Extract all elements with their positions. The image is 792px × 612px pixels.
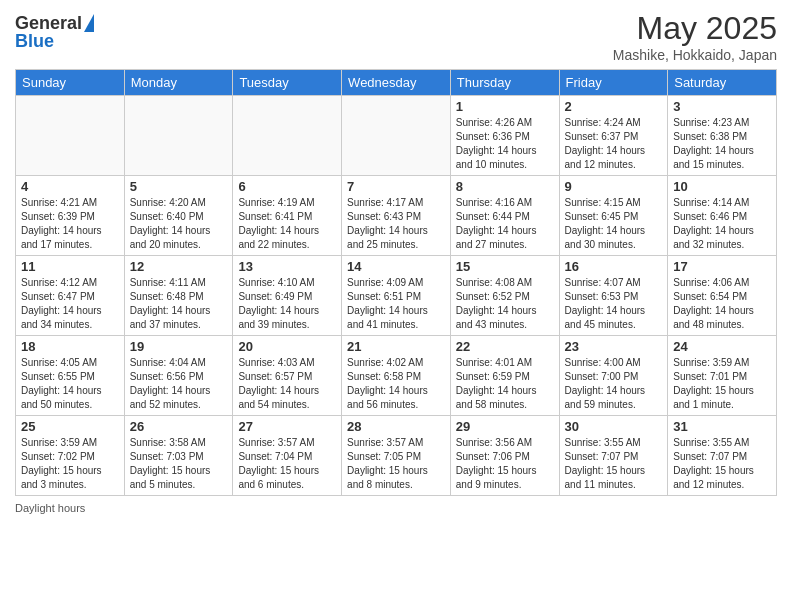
day-number: 17 (673, 259, 771, 274)
day-number: 19 (130, 339, 228, 354)
day-info: Sunrise: 4:10 AM Sunset: 6:49 PM Dayligh… (238, 276, 336, 332)
footer: Daylight hours (15, 502, 777, 514)
day-info: Sunrise: 4:02 AM Sunset: 6:58 PM Dayligh… (347, 356, 445, 412)
daylight-label: Daylight hours (15, 502, 85, 514)
day-number: 18 (21, 339, 119, 354)
day-number: 11 (21, 259, 119, 274)
logo-triangle-icon (84, 14, 94, 32)
location: Mashike, Hokkaido, Japan (613, 47, 777, 63)
title-section: May 2025 Mashike, Hokkaido, Japan (613, 10, 777, 63)
day-info: Sunrise: 4:04 AM Sunset: 6:56 PM Dayligh… (130, 356, 228, 412)
day-number: 6 (238, 179, 336, 194)
calendar-week-row-3: 11Sunrise: 4:12 AM Sunset: 6:47 PM Dayli… (16, 256, 777, 336)
day-number: 20 (238, 339, 336, 354)
day-info: Sunrise: 3:57 AM Sunset: 7:04 PM Dayligh… (238, 436, 336, 492)
weekday-header-thursday: Thursday (450, 70, 559, 96)
header: General Blue May 2025 Mashike, Hokkaido,… (15, 10, 777, 63)
day-number: 7 (347, 179, 445, 194)
calendar-cell: 20Sunrise: 4:03 AM Sunset: 6:57 PM Dayli… (233, 336, 342, 416)
day-number: 4 (21, 179, 119, 194)
day-number: 15 (456, 259, 554, 274)
calendar-cell: 18Sunrise: 4:05 AM Sunset: 6:55 PM Dayli… (16, 336, 125, 416)
calendar-cell: 12Sunrise: 4:11 AM Sunset: 6:48 PM Dayli… (124, 256, 233, 336)
day-number: 25 (21, 419, 119, 434)
day-number: 16 (565, 259, 663, 274)
calendar-cell (16, 96, 125, 176)
day-number: 23 (565, 339, 663, 354)
calendar-cell: 31Sunrise: 3:55 AM Sunset: 7:07 PM Dayli… (668, 416, 777, 496)
day-info: Sunrise: 3:57 AM Sunset: 7:05 PM Dayligh… (347, 436, 445, 492)
day-info: Sunrise: 4:09 AM Sunset: 6:51 PM Dayligh… (347, 276, 445, 332)
day-info: Sunrise: 4:24 AM Sunset: 6:37 PM Dayligh… (565, 116, 663, 172)
calendar-cell: 27Sunrise: 3:57 AM Sunset: 7:04 PM Dayli… (233, 416, 342, 496)
day-info: Sunrise: 4:08 AM Sunset: 6:52 PM Dayligh… (456, 276, 554, 332)
calendar-cell: 24Sunrise: 3:59 AM Sunset: 7:01 PM Dayli… (668, 336, 777, 416)
day-info: Sunrise: 3:56 AM Sunset: 7:06 PM Dayligh… (456, 436, 554, 492)
weekday-header-wednesday: Wednesday (342, 70, 451, 96)
day-number: 28 (347, 419, 445, 434)
day-info: Sunrise: 4:14 AM Sunset: 6:46 PM Dayligh… (673, 196, 771, 252)
day-info: Sunrise: 4:03 AM Sunset: 6:57 PM Dayligh… (238, 356, 336, 412)
calendar-cell: 26Sunrise: 3:58 AM Sunset: 7:03 PM Dayli… (124, 416, 233, 496)
day-number: 26 (130, 419, 228, 434)
calendar-cell: 29Sunrise: 3:56 AM Sunset: 7:06 PM Dayli… (450, 416, 559, 496)
logo-blue-text: Blue (15, 32, 54, 52)
calendar-week-row-1: 1Sunrise: 4:26 AM Sunset: 6:36 PM Daylig… (16, 96, 777, 176)
day-info: Sunrise: 4:05 AM Sunset: 6:55 PM Dayligh… (21, 356, 119, 412)
calendar-cell: 2Sunrise: 4:24 AM Sunset: 6:37 PM Daylig… (559, 96, 668, 176)
calendar-cell: 1Sunrise: 4:26 AM Sunset: 6:36 PM Daylig… (450, 96, 559, 176)
day-number: 27 (238, 419, 336, 434)
day-number: 29 (456, 419, 554, 434)
day-info: Sunrise: 4:00 AM Sunset: 7:00 PM Dayligh… (565, 356, 663, 412)
day-number: 5 (130, 179, 228, 194)
calendar-cell: 7Sunrise: 4:17 AM Sunset: 6:43 PM Daylig… (342, 176, 451, 256)
calendar-cell: 5Sunrise: 4:20 AM Sunset: 6:40 PM Daylig… (124, 176, 233, 256)
day-number: 9 (565, 179, 663, 194)
day-info: Sunrise: 4:17 AM Sunset: 6:43 PM Dayligh… (347, 196, 445, 252)
calendar-cell: 28Sunrise: 3:57 AM Sunset: 7:05 PM Dayli… (342, 416, 451, 496)
day-info: Sunrise: 4:21 AM Sunset: 6:39 PM Dayligh… (21, 196, 119, 252)
weekday-header-row: SundayMondayTuesdayWednesdayThursdayFrid… (16, 70, 777, 96)
calendar-table: SundayMondayTuesdayWednesdayThursdayFrid… (15, 69, 777, 496)
month-title: May 2025 (613, 10, 777, 47)
day-number: 1 (456, 99, 554, 114)
day-info: Sunrise: 4:20 AM Sunset: 6:40 PM Dayligh… (130, 196, 228, 252)
calendar-cell: 25Sunrise: 3:59 AM Sunset: 7:02 PM Dayli… (16, 416, 125, 496)
weekday-header-sunday: Sunday (16, 70, 125, 96)
calendar-cell (124, 96, 233, 176)
calendar-week-row-5: 25Sunrise: 3:59 AM Sunset: 7:02 PM Dayli… (16, 416, 777, 496)
calendar-cell: 10Sunrise: 4:14 AM Sunset: 6:46 PM Dayli… (668, 176, 777, 256)
day-number: 14 (347, 259, 445, 274)
day-number: 3 (673, 99, 771, 114)
weekday-header-tuesday: Tuesday (233, 70, 342, 96)
day-number: 30 (565, 419, 663, 434)
page-container: General Blue May 2025 Mashike, Hokkaido,… (0, 0, 792, 524)
day-info: Sunrise: 4:11 AM Sunset: 6:48 PM Dayligh… (130, 276, 228, 332)
calendar-cell: 16Sunrise: 4:07 AM Sunset: 6:53 PM Dayli… (559, 256, 668, 336)
day-info: Sunrise: 4:19 AM Sunset: 6:41 PM Dayligh… (238, 196, 336, 252)
day-info: Sunrise: 4:26 AM Sunset: 6:36 PM Dayligh… (456, 116, 554, 172)
day-info: Sunrise: 3:55 AM Sunset: 7:07 PM Dayligh… (673, 436, 771, 492)
calendar-week-row-2: 4Sunrise: 4:21 AM Sunset: 6:39 PM Daylig… (16, 176, 777, 256)
day-info: Sunrise: 4:23 AM Sunset: 6:38 PM Dayligh… (673, 116, 771, 172)
day-number: 2 (565, 99, 663, 114)
day-number: 13 (238, 259, 336, 274)
day-number: 10 (673, 179, 771, 194)
calendar-cell: 14Sunrise: 4:09 AM Sunset: 6:51 PM Dayli… (342, 256, 451, 336)
calendar-cell: 13Sunrise: 4:10 AM Sunset: 6:49 PM Dayli… (233, 256, 342, 336)
calendar-cell: 6Sunrise: 4:19 AM Sunset: 6:41 PM Daylig… (233, 176, 342, 256)
day-info: Sunrise: 4:07 AM Sunset: 6:53 PM Dayligh… (565, 276, 663, 332)
day-number: 21 (347, 339, 445, 354)
day-info: Sunrise: 4:15 AM Sunset: 6:45 PM Dayligh… (565, 196, 663, 252)
calendar-cell: 11Sunrise: 4:12 AM Sunset: 6:47 PM Dayli… (16, 256, 125, 336)
calendar-cell: 15Sunrise: 4:08 AM Sunset: 6:52 PM Dayli… (450, 256, 559, 336)
day-number: 12 (130, 259, 228, 274)
day-number: 31 (673, 419, 771, 434)
day-info: Sunrise: 4:01 AM Sunset: 6:59 PM Dayligh… (456, 356, 554, 412)
weekday-header-saturday: Saturday (668, 70, 777, 96)
weekday-header-monday: Monday (124, 70, 233, 96)
day-info: Sunrise: 4:16 AM Sunset: 6:44 PM Dayligh… (456, 196, 554, 252)
logo: General Blue (15, 14, 94, 52)
calendar-cell: 19Sunrise: 4:04 AM Sunset: 6:56 PM Dayli… (124, 336, 233, 416)
calendar-cell: 23Sunrise: 4:00 AM Sunset: 7:00 PM Dayli… (559, 336, 668, 416)
